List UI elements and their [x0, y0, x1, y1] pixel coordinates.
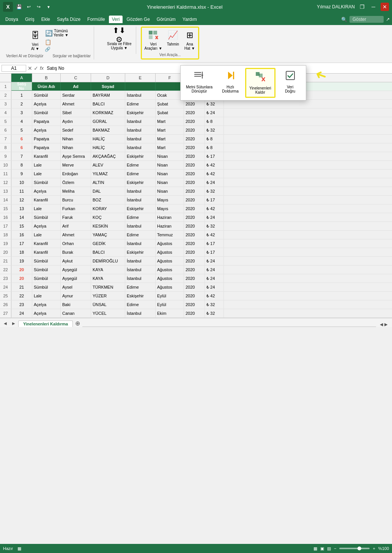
cell[interactable]: BALCI	[91, 100, 125, 108]
cell[interactable]: Sibel	[61, 108, 91, 117]
cell[interactable]: Edirne	[125, 213, 156, 222]
cell[interactable]: GEDİK	[91, 239, 125, 248]
cell[interactable]: Eylül	[156, 292, 184, 300]
col-header-b[interactable]: B	[32, 74, 61, 82]
cell[interactable]: 18	[11, 248, 32, 256]
cell[interactable]: 2020	[184, 187, 205, 195]
cell[interactable]: KORAY	[91, 204, 125, 213]
cell[interactable]: ALTIN	[91, 178, 125, 187]
cell[interactable]: Karanfil	[32, 152, 61, 160]
cell[interactable]: Sümbül	[32, 213, 61, 222]
cell[interactable]: 23	[11, 300, 32, 309]
cell[interactable]: 2020	[184, 248, 205, 256]
cell[interactable]: 10	[11, 178, 32, 187]
cell[interactable]: 2020	[184, 117, 205, 126]
cell[interactable]: ₺ 17	[205, 196, 224, 204]
cell[interactable]: KORKMAZ	[91, 108, 125, 117]
cell[interactable]: Eskişehir	[125, 108, 156, 117]
cell[interactable]: ₺ 8	[205, 117, 224, 126]
cell[interactable]: Ayşe Semra	[61, 152, 91, 160]
cell[interactable]: Mart	[156, 126, 184, 134]
veri-dogru-btn[interactable]: Veri Doğru	[277, 68, 304, 96]
cell[interactable]: Eskişehir	[125, 292, 156, 300]
cell[interactable]: 2020	[184, 135, 205, 143]
cell[interactable]: 4	[11, 117, 32, 126]
cell[interactable]: 2020	[184, 152, 205, 160]
cell[interactable]: Açelya	[32, 187, 61, 195]
cell[interactable]: Ağustos	[156, 283, 184, 291]
cell[interactable]: BAYRAM	[91, 91, 125, 99]
cell[interactable]: Nisan	[156, 170, 184, 178]
cell[interactable]: Ağustos	[156, 248, 184, 256]
cell[interactable]: 2020	[184, 143, 205, 152]
cell-d1[interactable]: Soyad	[91, 82, 125, 91]
sheet-add-btn[interactable]: ⊕	[74, 320, 82, 327]
cell[interactable]: Eskişehir	[125, 204, 156, 213]
cell[interactable]: İstanbul	[125, 126, 156, 134]
cell[interactable]: Sümbül	[32, 283, 61, 291]
cell[interactable]: Aynur	[61, 292, 91, 300]
cell[interactable]: Ağustos	[156, 274, 184, 283]
cell[interactable]: Ahmet	[61, 100, 91, 108]
cell[interactable]: 16	[11, 231, 32, 239]
cell[interactable]: 7	[11, 152, 32, 160]
cell[interactable]: GÜRAL	[91, 117, 125, 126]
cell[interactable]: Mart	[156, 143, 184, 152]
cell[interactable]: Serdar	[61, 91, 91, 99]
cell[interactable]: ALEV	[91, 161, 125, 169]
link-btn[interactable]: 🔗	[44, 46, 69, 52]
cell[interactable]: Edirne	[125, 283, 156, 291]
cell[interactable]: Ayşegül	[61, 266, 91, 274]
cell[interactable]: 2020	[184, 292, 205, 300]
cell[interactable]: 6	[11, 143, 32, 152]
cell[interactable]: 2020	[184, 178, 205, 187]
cell[interactable]: İstanbul	[125, 274, 156, 283]
cell-f1[interactable]	[156, 82, 184, 91]
cell[interactable]: 2020	[184, 204, 205, 213]
cell[interactable]: Sümbül	[32, 178, 61, 187]
cell[interactable]: Nisan	[156, 152, 184, 160]
cell[interactable]: Lale	[32, 292, 61, 300]
cell[interactable]: Sedef	[61, 126, 91, 134]
cell[interactable]: Edirne	[125, 100, 156, 108]
cell[interactable]: Faruk	[61, 213, 91, 222]
cell[interactable]: Açelya	[32, 126, 61, 134]
cell[interactable]: Nihan	[61, 135, 91, 143]
cell[interactable]: ₺ 32	[205, 300, 224, 309]
cell[interactable]: Canan	[61, 309, 91, 317]
cell-a1[interactable]: SatışNo	[11, 82, 32, 91]
cell[interactable]: DEMİROĞLU	[91, 257, 125, 265]
cell[interactable]: İstanbul	[125, 135, 156, 143]
cell[interactable]: Ahmet	[61, 231, 91, 239]
redo-icon[interactable]: ↪	[35, 3, 43, 11]
cell[interactable]: ₺ 24	[205, 213, 224, 222]
cell[interactable]: 20	[11, 266, 32, 274]
col-header-d[interactable]: D	[91, 74, 125, 82]
menu-gozden[interactable]: Gözden Ge	[123, 16, 153, 23]
menu-formuele[interactable]: Formülle	[84, 16, 108, 23]
menu-dosya[interactable]: Dosya	[2, 16, 21, 23]
veri-al-btn[interactable]: 🗄 VeriAl ▼	[28, 29, 43, 52]
cell[interactable]: 2020	[184, 222, 205, 230]
cell-b1[interactable]: Ürün Adı	[32, 82, 61, 91]
cell[interactable]: Erdoğan	[61, 170, 91, 178]
cell[interactable]: Nisan	[156, 161, 184, 169]
cell[interactable]: ₺ 24	[205, 257, 224, 265]
cell[interactable]: Lale	[32, 204, 61, 213]
zoom-in[interactable]: +	[373, 546, 375, 551]
menu-gorunum[interactable]: Görünüm	[154, 16, 179, 23]
cell[interactable]: 11	[11, 187, 32, 195]
tumunu-yenile-btn[interactable]: 🔄 TümünüYenile ▼	[44, 28, 69, 38]
cell[interactable]: ₺ 42	[205, 161, 224, 169]
cell[interactable]: Şubat	[156, 108, 184, 117]
cell[interactable]: 22	[11, 292, 32, 300]
cell[interactable]: ₺ 42	[205, 292, 224, 300]
cell[interactable]: Papatya	[32, 117, 61, 126]
view-page[interactable]: ▣	[320, 546, 324, 551]
cell[interactable]: ₺ 32	[205, 222, 224, 230]
yinelenenleri-kaldir-btn[interactable]: Yinelenenleri Kaldır	[245, 68, 275, 98]
cell[interactable]: YAMAÇ	[91, 231, 125, 239]
cell[interactable]: ₺ 24	[205, 178, 224, 187]
cell[interactable]: 2	[11, 100, 32, 108]
cell[interactable]: İstanbul	[125, 222, 156, 230]
